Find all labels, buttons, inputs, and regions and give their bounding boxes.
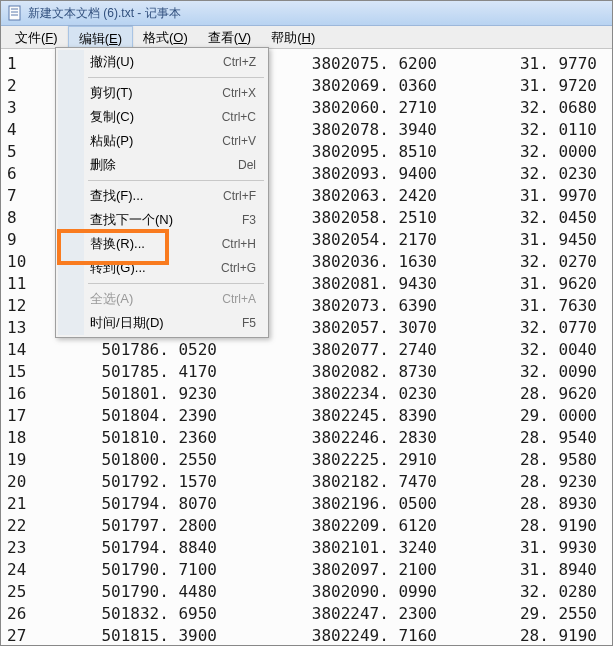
col1-value: 501792. 1570 [47,471,247,493]
col2-value: 3802101. 3240 [247,537,467,559]
col1-value: 501804. 2390 [47,405,247,427]
col1-value: 501815. 3900 [47,625,247,646]
menu-file[interactable]: 文件(F) [5,26,68,48]
col1-value: 501832. 6950 [47,603,247,625]
col1-value: 501800. 2550 [47,449,247,471]
col3-value: 32. 0110 [467,119,597,141]
line-number: 3 [7,97,47,119]
col3-value: 31. 9770 [467,53,597,75]
col3-value: 31. 9930 [467,537,597,559]
col2-value: 3802182. 7470 [247,471,467,493]
menu-cut[interactable]: 剪切(T) Ctrl+X [58,81,266,105]
line-number: 4 [7,119,47,141]
col3-value: 31. 7630 [467,295,597,317]
text-row: 19501800. 25503802225. 291028. 9580 [7,449,612,471]
line-number: 15 [7,361,47,383]
text-row: 27501815. 39003802249. 716028. 9190 [7,625,612,646]
line-number: 13 [7,317,47,339]
menu-help[interactable]: 帮助(H) [261,26,325,48]
line-number: 2 [7,75,47,97]
col3-value: 32. 0680 [467,97,597,119]
col3-value: 28. 8930 [467,493,597,515]
line-number: 5 [7,141,47,163]
col3-value: 28. 9620 [467,383,597,405]
line-number: 27 [7,625,47,646]
line-number: 12 [7,295,47,317]
col1-value: 501786. 0520 [47,339,247,361]
col2-value: 3802249. 7160 [247,625,467,646]
col1-value: 501785. 4170 [47,361,247,383]
col3-value: 32. 0270 [467,251,597,273]
line-number: 1 [7,53,47,75]
menu-format[interactable]: 格式(O) [133,26,198,48]
menu-find[interactable]: 查找(F)... Ctrl+F [58,184,266,208]
text-row: 25501790. 44803802090. 099032. 0280 [7,581,612,603]
col2-value: 3802058. 2510 [247,207,467,229]
line-number: 23 [7,537,47,559]
line-number: 11 [7,273,47,295]
line-number: 24 [7,559,47,581]
line-number: 16 [7,383,47,405]
menu-paste[interactable]: 粘贴(P) Ctrl+V [58,129,266,153]
col1-value: 501810. 2360 [47,427,247,449]
menu-select-all[interactable]: 全选(A) Ctrl+A [58,287,266,311]
text-row: 24501790. 71003802097. 210031. 8940 [7,559,612,581]
col2-value: 3802234. 0230 [247,383,467,405]
col3-value: 31. 9720 [467,75,597,97]
menu-separator [88,180,264,181]
col3-value: 31. 9450 [467,229,597,251]
line-number: 7 [7,185,47,207]
col3-value: 32. 0040 [467,339,597,361]
col2-value: 3802225. 2910 [247,449,467,471]
text-row: 18501810. 23603802246. 283028. 9540 [7,427,612,449]
menu-delete[interactable]: 删除 Del [58,153,266,177]
col3-value: 31. 9970 [467,185,597,207]
line-number: 18 [7,427,47,449]
col3-value: 28. 9540 [467,427,597,449]
line-number: 22 [7,515,47,537]
col3-value: 29. 2550 [467,603,597,625]
col2-value: 3802075. 6200 [247,53,467,75]
menu-view[interactable]: 查看(V) [198,26,261,48]
col3-value: 28. 9190 [467,625,597,646]
col1-value: 501801. 9230 [47,383,247,405]
menu-goto[interactable]: 转到(G)... Ctrl+G [58,256,266,280]
col1-value: 501790. 4480 [47,581,247,603]
col3-value: 29. 0000 [467,405,597,427]
edit-menu-dropdown: 撤消(U) Ctrl+Z 剪切(T) Ctrl+X 复制(C) Ctrl+C 粘… [55,47,269,338]
line-number: 14 [7,339,47,361]
col3-value: 28. 9580 [467,449,597,471]
menu-edit[interactable]: 编辑(E) [68,26,133,48]
col1-value: 501790. 7100 [47,559,247,581]
col3-value: 28. 9230 [467,471,597,493]
notepad-icon [7,5,23,21]
text-row: 17501804. 23903802245. 839029. 0000 [7,405,612,427]
menu-find-next[interactable]: 查找下一个(N) F3 [58,208,266,232]
menu-undo[interactable]: 撤消(U) Ctrl+Z [58,50,266,74]
line-number: 17 [7,405,47,427]
svg-rect-0 [9,6,20,20]
line-number: 25 [7,581,47,603]
col2-value: 3802095. 8510 [247,141,467,163]
line-number: 26 [7,603,47,625]
col2-value: 3802081. 9430 [247,273,467,295]
col2-value: 3802246. 2830 [247,427,467,449]
text-row: 22501797. 28003802209. 612028. 9190 [7,515,612,537]
text-row: 14501786. 05203802077. 274032. 0040 [7,339,612,361]
col3-value: 32. 0280 [467,581,597,603]
text-row: 15501785. 41703802082. 873032. 0090 [7,361,612,383]
titlebar: 新建文本文档 (6).txt - 记事本 [1,1,612,26]
col2-value: 3802054. 2170 [247,229,467,251]
col3-value: 32. 0000 [467,141,597,163]
col2-value: 3802063. 2420 [247,185,467,207]
col2-value: 3802073. 6390 [247,295,467,317]
col2-value: 3802077. 2740 [247,339,467,361]
col1-value: 501794. 8840 [47,537,247,559]
line-number: 20 [7,471,47,493]
menu-replace[interactable]: 替换(R)... Ctrl+H [58,232,266,256]
menu-copy[interactable]: 复制(C) Ctrl+C [58,105,266,129]
menu-datetime[interactable]: 时间/日期(D) F5 [58,311,266,335]
col3-value: 32. 0450 [467,207,597,229]
menu-separator [88,77,264,78]
col2-value: 3802097. 2100 [247,559,467,581]
